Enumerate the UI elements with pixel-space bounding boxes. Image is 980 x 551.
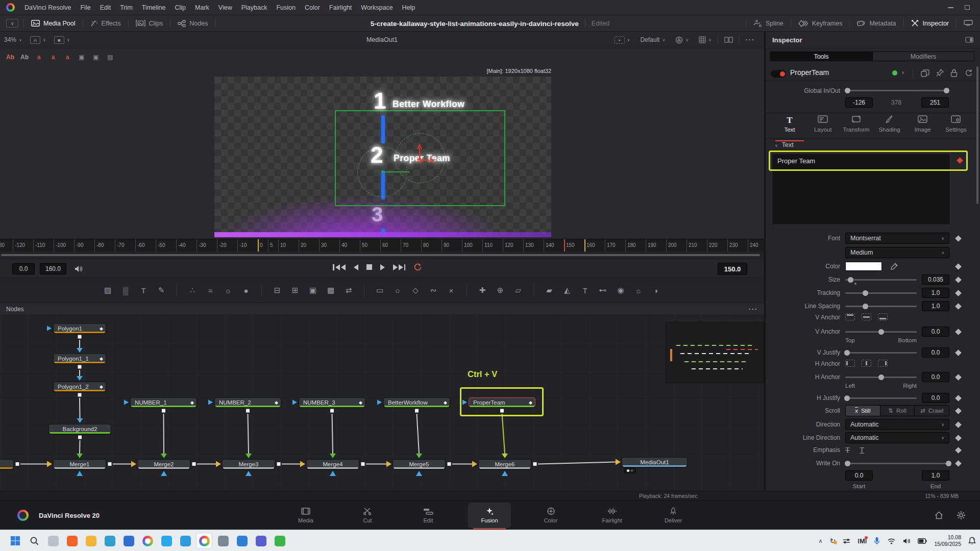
strikethrough-button[interactable]: T [845, 446, 850, 454]
merge-3d-tool-icon[interactable]: ⊷ [596, 284, 609, 297]
text-keyframe-diamond[interactable] [957, 157, 963, 164]
h-anchor-center-button[interactable] [862, 360, 871, 367]
viewer-quality-select[interactable]: ■∨ [50, 36, 74, 44]
inspector-scrollbar[interactable] [976, 66, 978, 204]
taskbar-app-task-view[interactable] [45, 533, 61, 549]
node-polygon1[interactable]: Polygon1◆ [53, 323, 106, 333]
color-keyframe[interactable] [955, 263, 962, 270]
emphasis-keyframe[interactable] [955, 447, 962, 454]
image-plane-3d-tool-icon[interactable]: ▰ [543, 284, 556, 297]
keyframe-diamond-icon[interactable]: ◆ [100, 326, 103, 331]
spline-tool-icon[interactable]: ≈ [204, 284, 217, 297]
direction-dropdown[interactable]: Automatic∨ [845, 419, 949, 430]
global-in-field[interactable]: -126 [845, 97, 873, 108]
taskbar-app-start[interactable] [7, 533, 23, 549]
project-settings-button[interactable] [957, 511, 966, 520]
text-section-header[interactable]: ∨Text [775, 141, 794, 148]
taskbar-app-search[interactable] [26, 533, 42, 549]
keyframe-diamond-icon[interactable]: ◆ [275, 400, 278, 405]
v-anchor-keyframe[interactable] [955, 329, 962, 335]
h-anchor-right-button[interactable] [878, 360, 888, 367]
frame-fit-a-icon[interactable]: ▣ [76, 52, 88, 63]
restore-icon[interactable] [965, 5, 970, 10]
menu-workspace[interactable]: Workspace [356, 0, 397, 15]
loop-button[interactable] [413, 263, 422, 271]
rectangle-mask-tool-icon[interactable]: ▭ [373, 284, 386, 297]
h-anchor-left-button[interactable] [845, 360, 855, 367]
eyedropper-icon[interactable] [890, 263, 898, 270]
node-polygon1-1[interactable]: Polygon1_1◆ [53, 354, 106, 363]
transform-handle[interactable] [414, 142, 435, 163]
scroll-still-button[interactable]: xStill [846, 406, 880, 416]
step-back-button[interactable] [354, 264, 358, 270]
page-deliver[interactable]: Deliver [652, 503, 695, 528]
node-merge5[interactable]: Merge5 [393, 459, 446, 469]
effects-button[interactable]: Effects [83, 15, 128, 32]
nodes-button[interactable]: Nodes [170, 15, 215, 32]
saver-tool-icon[interactable]: ⊞ [288, 284, 302, 297]
h-justify-keyframe[interactable] [955, 395, 962, 402]
planar-tracker-tool-icon[interactable]: ▱ [511, 284, 525, 297]
p-emitter-tool-icon[interactable]: ∴ [186, 284, 199, 297]
node-number-2[interactable]: NUMBER_2◆ [214, 397, 281, 407]
polygon-mask-tool-icon[interactable]: ◇ [409, 284, 422, 297]
inspector-tab-settings[interactable]: Settings [940, 115, 972, 138]
menu-fairlight[interactable]: Fairlight [325, 0, 356, 15]
size-slider[interactable] [845, 274, 917, 285]
paint-tool-icon[interactable]: ✎ [155, 284, 168, 297]
copy-icon[interactable] [921, 69, 929, 77]
node-polygon1-2[interactable]: Polygon1_2◆ [53, 382, 106, 391]
keyframe-diamond-icon[interactable]: ◆ [359, 400, 362, 405]
taskbar-app-davinci-resolve[interactable] [196, 533, 212, 549]
keyframes-button[interactable]: Keyframes [791, 15, 850, 32]
viewer-split-button[interactable] [720, 37, 737, 43]
audio-mute-icon[interactable] [75, 265, 84, 273]
viewer-grid-select[interactable]: ∨ [695, 36, 716, 43]
shape-3d-tool-icon[interactable]: ◭ [560, 284, 574, 297]
playhead-marker[interactable] [564, 239, 565, 252]
lock-icon[interactable] [950, 69, 958, 77]
reset-icon[interactable] [965, 69, 973, 77]
viewer-zoom-select[interactable]: 34%∨ [0, 36, 26, 43]
page-cut[interactable]: Cut [346, 503, 389, 528]
h-anchor-slider[interactable] [845, 372, 917, 382]
keyframe-diamond-icon[interactable]: ◆ [100, 356, 103, 361]
inspector-tab-shading[interactable]: Shading [874, 115, 905, 138]
page-color[interactable]: Color [529, 503, 572, 528]
pin-icon[interactable] [936, 69, 944, 78]
tray-mixer-icon[interactable] [843, 538, 850, 544]
h-anchor-value[interactable]: 0.0 [922, 372, 949, 382]
taskbar-app-telegram[interactable] [158, 533, 175, 549]
anchor-point[interactable] [381, 170, 384, 173]
node-w1[interactable]: w1 [0, 459, 14, 469]
scroll-roll-button[interactable]: ⇅Roll [880, 406, 915, 416]
inspector-button[interactable]: Inspector [904, 15, 956, 32]
global-inout-slider[interactable] [845, 85, 947, 95]
text-style-a-icon[interactable]: Ab [4, 52, 16, 63]
taskbar-app-vscode[interactable] [177, 533, 193, 549]
node-merge2[interactable]: Merge2 [137, 459, 190, 469]
node-number-1[interactable]: NUMBER_1◆ [130, 397, 197, 407]
menu-help[interactable]: Help [398, 0, 420, 15]
node-merge4[interactable]: Merge4 [306, 459, 359, 469]
current-frame-field[interactable]: 150.0 [718, 263, 747, 275]
menu-playback[interactable]: Playback [237, 0, 272, 15]
viewer-channel-select[interactable]: A∨ [26, 36, 50, 44]
taskbar-app-edge[interactable] [102, 533, 118, 549]
menu-edit[interactable]: Edit [95, 0, 116, 15]
tracking-value[interactable]: 1.0 [922, 288, 949, 298]
loader-tool-icon[interactable]: ⊟ [271, 284, 284, 297]
node-mediaout1[interactable]: MediaOut1 [622, 457, 688, 467]
nodes-options-button[interactable]: ··· [749, 306, 758, 313]
menu-fusion[interactable]: Fusion [272, 0, 300, 15]
v-anchor-top-button[interactable] [845, 313, 855, 320]
color-corrector-tool-icon[interactable]: ☼ [222, 284, 235, 297]
node-merge1[interactable]: Merge1 [53, 459, 106, 469]
size-keyframe[interactable] [955, 277, 962, 283]
inspector-tab-layout[interactable]: Layout [807, 115, 839, 138]
menu-mark[interactable]: Mark [190, 0, 214, 15]
render-in-marker[interactable] [258, 239, 259, 252]
taskbar-app-folder[interactable] [83, 533, 99, 549]
v-anchor-value[interactable]: 0.0 [922, 327, 949, 337]
text-underline-a-icon[interactable]: a [33, 52, 45, 63]
